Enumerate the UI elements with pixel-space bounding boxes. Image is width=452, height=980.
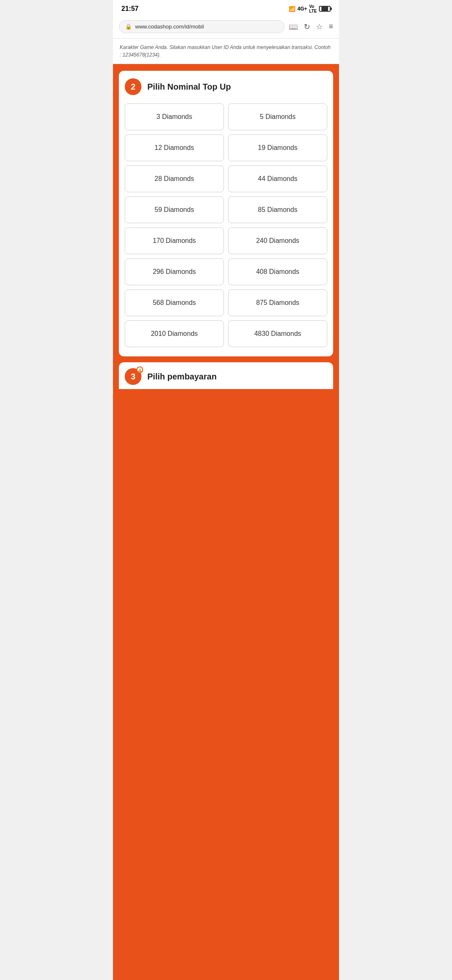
diamond-option-4830[interactable]: 4830 Diamonds bbox=[228, 320, 327, 347]
diamond-grid: 3 Diamonds 5 Diamonds 12 Diamonds 19 Dia… bbox=[125, 103, 327, 347]
diamond-option-5[interactable]: 5 Diamonds bbox=[228, 103, 327, 130]
section-2-header: 2 Pilih Nominal Top Up bbox=[125, 78, 327, 95]
section-3-title: Pilih pembayaran bbox=[147, 372, 217, 382]
browser-bar: 🔒 www.codashop.com/id/mobil 📖 ↻ ☆ ≡ bbox=[113, 17, 339, 39]
battery-level: 69 bbox=[323, 7, 327, 11]
book-icon[interactable]: 📖 bbox=[289, 22, 298, 31]
section-3-partial: 3 🔔 Pilih pembayaran bbox=[119, 362, 333, 389]
status-icons: 📶 4G+ VoLTE 69 bbox=[289, 4, 331, 13]
diamond-option-28[interactable]: 28 Diamonds bbox=[125, 165, 224, 192]
browser-icons: 📖 ↻ ☆ ≡ bbox=[289, 22, 333, 31]
url-bar[interactable]: 🔒 www.codashop.com/id/mobil bbox=[119, 20, 285, 33]
diamond-option-19[interactable]: 19 Diamonds bbox=[228, 134, 327, 161]
status-time: 21:57 bbox=[121, 5, 139, 13]
diamond-option-875[interactable]: 875 Diamonds bbox=[228, 289, 327, 316]
diamond-option-170[interactable]: 170 Diamonds bbox=[125, 227, 224, 254]
diamond-option-44[interactable]: 44 Diamonds bbox=[228, 165, 327, 192]
main-content: 2 Pilih Nominal Top Up 3 Diamonds 5 Diam… bbox=[113, 64, 339, 980]
network-label: 4G+ bbox=[298, 6, 307, 12]
battery-icon: 69 bbox=[319, 6, 331, 12]
diamond-option-2010[interactable]: 2010 Diamonds bbox=[125, 320, 224, 347]
status-bar: 21:57 📶 4G+ VoLTE 69 bbox=[113, 0, 339, 17]
section-2-title: Pilih Nominal Top Up bbox=[147, 82, 231, 92]
notice-text: Karakter Game Anda. Silakan masukkan Use… bbox=[120, 44, 331, 58]
signal-icon: 📶 bbox=[289, 6, 295, 12]
diamond-option-408[interactable]: 408 Diamonds bbox=[228, 258, 327, 285]
menu-icon[interactable]: ≡ bbox=[329, 22, 333, 31]
section-2-card: 2 Pilih Nominal Top Up 3 Diamonds 5 Diam… bbox=[119, 71, 333, 356]
url-text: www.codashop.com/id/mobil bbox=[135, 23, 278, 30]
vo-lte-label: VoLTE bbox=[309, 4, 317, 13]
lock-icon: 🔒 bbox=[125, 23, 132, 30]
diamond-option-85[interactable]: 85 Diamonds bbox=[228, 196, 327, 223]
section-2-number: 2 bbox=[125, 78, 141, 95]
star-icon[interactable]: ☆ bbox=[316, 22, 323, 31]
section-3-number: 3 🔔 bbox=[125, 368, 141, 385]
diamond-option-12[interactable]: 12 Diamonds bbox=[125, 134, 224, 161]
diamond-option-568[interactable]: 568 Diamonds bbox=[125, 289, 224, 316]
notice-banner: Karakter Game Anda. Silakan masukkan Use… bbox=[113, 39, 339, 64]
diamond-option-296[interactable]: 296 Diamonds bbox=[125, 258, 224, 285]
notification-badge: 🔔 bbox=[136, 366, 143, 373]
diamond-option-240[interactable]: 240 Diamonds bbox=[228, 227, 327, 254]
reload-icon[interactable]: ↻ bbox=[304, 22, 310, 31]
diamond-option-3[interactable]: 3 Diamonds bbox=[125, 103, 224, 130]
diamond-option-59[interactable]: 59 Diamonds bbox=[125, 196, 224, 223]
